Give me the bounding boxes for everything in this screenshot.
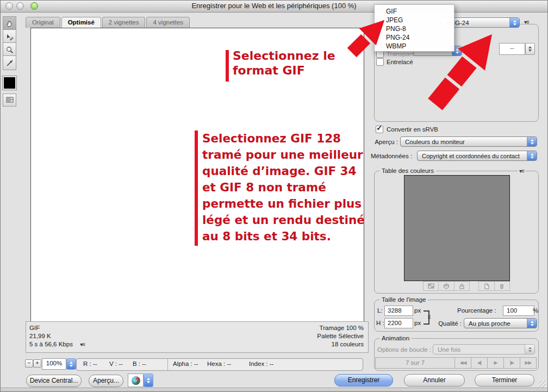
height-label: H : bbox=[376, 320, 384, 326]
trash-icon bbox=[499, 283, 505, 289]
width-unit: px bbox=[414, 307, 421, 314]
readout-alpha: Alpha : -- bbox=[173, 360, 198, 367]
animation-transport: 7 sur 7 ◀◀ ◀| ▶ |▶ ▶▶ bbox=[375, 357, 537, 369]
tab-optimise[interactable]: Optimisé bbox=[61, 17, 101, 28]
window-bottom-edge bbox=[0, 388, 548, 392]
menu-item-wbmp[interactable]: WBMP bbox=[375, 42, 454, 51]
cube-icon bbox=[443, 283, 450, 289]
preview-in-browser-button[interactable]: Aperçu... bbox=[89, 375, 123, 387]
zoom-window-button[interactable] bbox=[30, 2, 38, 10]
metadata-label: Métadonnées : bbox=[371, 153, 412, 159]
resize-grip[interactable] bbox=[539, 381, 546, 388]
readout-divider bbox=[167, 359, 168, 370]
delete-color-button[interactable] bbox=[495, 282, 510, 290]
status-left: GIF 21,99 K 5 s à 56,6 Kbps ▾≡ bbox=[29, 324, 85, 349]
device-central-button[interactable]: Device Central... bbox=[26, 375, 82, 387]
toggle-slices-button[interactable] bbox=[3, 94, 16, 107]
interlaced-label: Entrelacé bbox=[387, 59, 413, 65]
window-title: Enregistrer pour le Web et les périphéri… bbox=[191, 2, 356, 10]
browser-select-stepper[interactable] bbox=[144, 374, 153, 387]
eyedropper-tool-button[interactable] bbox=[3, 55, 16, 70]
percent-label: Pourcentage : bbox=[457, 307, 496, 314]
height-unit: px bbox=[414, 320, 421, 326]
close-button[interactable] bbox=[5, 2, 13, 10]
color-table-flyout-icon[interactable]: ▾≡ bbox=[518, 168, 526, 174]
width-field[interactable]: 3288 bbox=[384, 306, 413, 316]
transparency-checker-icon bbox=[428, 283, 434, 289]
minimize-button[interactable] bbox=[16, 2, 24, 10]
play-button: ▶ bbox=[487, 358, 503, 368]
readout-index: Index : -- bbox=[249, 360, 273, 367]
done-button[interactable]: Terminer bbox=[475, 374, 534, 387]
download-speed-flyout-icon[interactable]: ▾≡ bbox=[80, 341, 85, 347]
metadata-select[interactable]: Copyright et coordonnées du contact bbox=[417, 151, 537, 161]
status-palette: Palette Sélective bbox=[317, 332, 364, 340]
first-frame-button: ◀◀ bbox=[454, 358, 471, 368]
optimization-status-box: GIF 21,99 K 5 s à 56,6 Kbps ▾≡ Tramage 1… bbox=[26, 321, 369, 353]
status-dither: Tramage 100 % bbox=[317, 324, 364, 332]
slice-select-icon bbox=[5, 33, 14, 41]
color-table-swatch-area[interactable] bbox=[404, 175, 510, 281]
loop-options-label: Options de boucle : bbox=[377, 346, 431, 353]
quality-select[interactable]: Au plus proche bbox=[464, 318, 537, 328]
preview-tabs: Original Optimisé 2 vignettes 4 vignette… bbox=[26, 17, 190, 28]
hand-tool-button[interactable] bbox=[3, 16, 16, 31]
frame-counter: 7 sur 7 bbox=[376, 358, 454, 368]
matte-stepper[interactable] bbox=[525, 43, 535, 55]
menu-item-gif[interactable]: GIF bbox=[375, 7, 454, 16]
map-transparency-button[interactable] bbox=[424, 282, 439, 290]
status-colors: 18 couleurs bbox=[317, 340, 364, 349]
interlaced-checkbox[interactable] bbox=[376, 58, 384, 66]
zoom-in-button[interactable]: + bbox=[33, 359, 41, 368]
color-table-edit-tools bbox=[478, 281, 510, 291]
readout-b: B : -- bbox=[133, 360, 146, 367]
status-download-time: 5 s à 56,6 Kbps ▾≡ bbox=[29, 340, 85, 349]
web-shift-button[interactable] bbox=[439, 282, 454, 290]
browser-preview-well[interactable]: ? bbox=[128, 374, 144, 387]
cancel-button[interactable]: Annuler bbox=[404, 374, 465, 387]
title-bar: Enregistrer pour le Web et les périphéri… bbox=[0, 0, 548, 13]
slice-select-tool-button[interactable] bbox=[3, 29, 16, 44]
height-field[interactable]: 2200 bbox=[384, 318, 413, 328]
annotation-note-2: Selectionnez GIF 128 tramé pour une meil… bbox=[202, 130, 365, 245]
convert-srgb-label: Convertir en sRVB bbox=[387, 126, 438, 133]
percent-unit: % bbox=[533, 307, 538, 314]
zoom-tool-button[interactable] bbox=[3, 42, 16, 57]
convert-srgb-checkbox[interactable]: ✓ bbox=[376, 126, 383, 133]
color-swatch[interactable] bbox=[3, 76, 16, 90]
previous-frame-button: ◀| bbox=[471, 358, 487, 368]
last-frame-button: ▶▶ bbox=[520, 358, 536, 368]
next-frame-button: |▶ bbox=[503, 358, 520, 368]
preset-select-stepper bbox=[509, 18, 519, 27]
percent-field[interactable]: 100 bbox=[503, 306, 534, 316]
loop-options-select: Une fois bbox=[433, 344, 535, 354]
tab-4-vignettes[interactable]: 4 vignettes bbox=[146, 17, 190, 28]
tab-2-vignettes[interactable]: 2 vignettes bbox=[102, 17, 146, 28]
animation-title: Animation bbox=[379, 334, 412, 342]
quality-label: Qualité : bbox=[433, 320, 462, 327]
zoom-stepper[interactable] bbox=[66, 358, 76, 370]
save-button[interactable]: Enregistrer bbox=[334, 374, 393, 387]
image-size-title: Taille de l'image bbox=[379, 296, 428, 303]
loop-select-stepper bbox=[525, 345, 534, 354]
annotation-bar-1 bbox=[226, 50, 229, 82]
width-label: L: bbox=[377, 307, 383, 314]
zoom-level-field[interactable]: 100% bbox=[42, 358, 66, 370]
chain-link-icon: ∞ bbox=[426, 315, 433, 320]
zoom-out-button[interactable]: − bbox=[25, 359, 33, 368]
lock-icon bbox=[459, 283, 465, 289]
preview-label: Aperçu : bbox=[371, 139, 398, 145]
tab-original[interactable]: Original bbox=[26, 17, 60, 28]
status-right: Tramage 100 % Palette Sélective 18 coule… bbox=[317, 324, 364, 349]
eyedropper-icon bbox=[5, 59, 14, 67]
lock-color-button[interactable] bbox=[454, 282, 469, 290]
preview-select[interactable]: Couleurs du moniteur bbox=[400, 136, 537, 147]
status-filesize: 21,99 K bbox=[29, 332, 85, 340]
status-format: GIF bbox=[29, 324, 85, 332]
magnifier-icon bbox=[5, 46, 14, 54]
new-color-button[interactable] bbox=[479, 282, 495, 290]
metadata-select-stepper bbox=[527, 151, 537, 160]
new-page-icon bbox=[484, 283, 489, 289]
readout-hexa: Hexa : -- bbox=[207, 360, 231, 367]
slices-visibility-icon bbox=[5, 96, 14, 104]
